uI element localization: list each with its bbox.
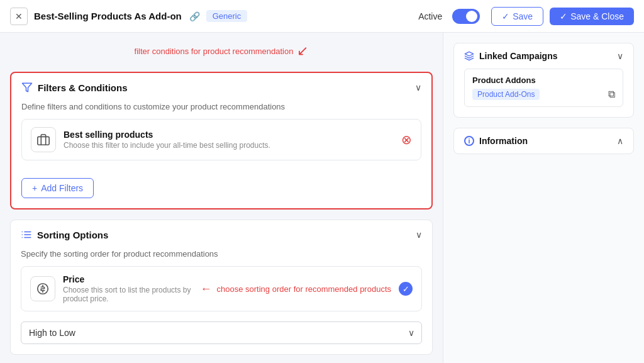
generic-badge: Generic: [206, 10, 248, 22]
external-link-icon[interactable]: ⧉: [608, 89, 615, 100]
filter-item: Best selling products Choose this filter…: [21, 119, 421, 160]
sort-arrow-icon: ←: [201, 282, 212, 296]
layers-icon: [464, 51, 474, 61]
campaign-badge-row: Product Add-Ons ⧉: [472, 89, 615, 100]
save-button[interactable]: ✓ Save: [491, 7, 543, 26]
linked-campaigns-header-left: Linked Campaigns: [464, 51, 557, 61]
info-icon: i: [464, 136, 474, 146]
sorting-section-body: Specify the sorting order for product re…: [11, 249, 432, 321]
sort-annotation: ← choose sorting order for recommended p…: [201, 282, 391, 296]
information-header[interactable]: i Information ∧: [454, 128, 633, 154]
sorting-chevron-icon: ∨: [416, 230, 422, 240]
filters-description: Define filters and conditions to customi…: [21, 102, 421, 111]
sorting-header-left: Sorting Options: [21, 229, 108, 240]
sorting-description: Specify the sorting order for product re…: [21, 249, 422, 259]
price-icon: [36, 282, 50, 296]
left-panel: filter conditions for product recommenda…: [0, 33, 443, 363]
campaign-badge: Product Add-Ons: [472, 89, 540, 100]
annotation-arrow: ↙: [297, 43, 308, 59]
linked-campaigns-body: Product Addons Product Add-Ons ⧉: [454, 69, 633, 117]
save-check-icon: ✓: [502, 11, 509, 21]
filter-item-text: Best selling products Choose this filter…: [64, 130, 394, 150]
sorting-section-header[interactable]: Sorting Options ∨: [11, 220, 432, 249]
filters-section-header[interactable]: Filters & Conditions ∨: [11, 73, 431, 102]
filter-item-subtitle: Choose this filter to include your all-t…: [64, 141, 394, 150]
link-icon: 🔗: [189, 11, 200, 21]
best-selling-icon: [36, 133, 50, 147]
sort-item-subtitle: Choose this sort to list the products by…: [63, 286, 193, 303]
information-chevron: ∧: [617, 136, 623, 146]
filters-chevron-icon: ∨: [415, 82, 421, 92]
top-annotation: filter conditions for product recommenda…: [10, 43, 433, 62]
information-header-left: i Information: [464, 136, 528, 146]
header: ✕ Best-Selling Products As Add-on 🔗 Gene…: [0, 0, 644, 33]
dropdown-row: High to Low Low to High ∨: [11, 321, 432, 354]
save-close-button[interactable]: ✓ Save & Close: [550, 8, 634, 25]
save-close-check-icon: ✓: [560, 11, 567, 21]
sort-check-icon: ✓: [399, 282, 413, 296]
sorting-section: Sorting Options ∨ Specify the sorting or…: [10, 220, 433, 355]
sort-icon: [21, 229, 32, 240]
sort-item-text: Price Choose this sort to list the produ…: [63, 274, 193, 303]
sort-dropdown-wrapper: High to Low Low to High ∨: [21, 321, 422, 344]
active-label: Active: [418, 11, 442, 21]
linked-campaigns-card: Linked Campaigns ∨ Product Addons Produc…: [453, 43, 634, 118]
svg-marker-0: [23, 83, 32, 92]
information-card: i Information ∧: [453, 128, 634, 154]
page-title: Best-Selling Products As Add-on: [34, 11, 182, 21]
main-layout: filter conditions for product recommenda…: [0, 33, 644, 363]
sort-annotation-text: choose sorting order for recommended pro…: [217, 284, 391, 294]
filter-icon: [21, 82, 33, 93]
sort-item: Price Choose this sort to list the produ…: [21, 266, 422, 311]
close-icon: ✕: [15, 11, 23, 21]
linked-campaigns-chevron: ∨: [617, 51, 623, 61]
active-toggle[interactable]: [452, 9, 480, 24]
plus-icon: +: [32, 183, 37, 193]
close-button[interactable]: ✕: [10, 8, 28, 25]
annotation-text: filter conditions for product recommenda…: [135, 47, 294, 56]
sort-dropdown[interactable]: High to Low Low to High: [21, 321, 422, 344]
filter-item-icon-box: [31, 127, 56, 152]
filters-header-left: Filters & Conditions: [21, 82, 128, 93]
filter-item-title: Best selling products: [64, 130, 394, 140]
sort-item-title: Price: [63, 274, 193, 284]
filters-section-body: Define filters and conditions to customi…: [11, 102, 431, 170]
filter-remove-button[interactable]: ⊗: [401, 133, 412, 146]
linked-campaigns-header[interactable]: Linked Campaigns ∨: [454, 43, 633, 69]
svg-marker-11: [465, 52, 473, 56]
campaign-item: Product Addons Product Add-Ons ⧉: [464, 69, 623, 107]
add-filters-button[interactable]: + Add Filters: [21, 178, 94, 198]
sort-item-icon-box: [30, 276, 55, 301]
right-panel: Linked Campaigns ∨ Product Addons Produc…: [443, 33, 644, 363]
svg-rect-1: [38, 137, 49, 145]
campaign-title: Product Addons: [472, 75, 615, 85]
filters-section: Filters & Conditions ∨ Define filters an…: [10, 72, 433, 209]
